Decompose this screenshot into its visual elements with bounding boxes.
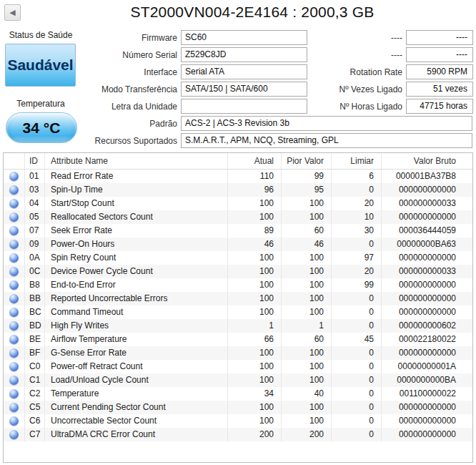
attribute-id: BD: [25, 319, 45, 333]
attribute-valor-bruto: 000000000000: [382, 428, 472, 441]
attribute-limiar: 0: [332, 238, 382, 251]
status-orb-icon: [9, 416, 19, 426]
smart-attribute-row[interactable]: 0A Spin Retry Count 100 100 97 000000000…: [4, 251, 472, 265]
header-id: ID: [25, 153, 45, 169]
attribute-limiar: 10: [332, 210, 382, 224]
smart-attribute-row[interactable]: 0C Device Power Cycle Count 100 100 20 0…: [4, 265, 472, 278]
field-value-box[interactable]: 5900 RPM: [406, 64, 473, 79]
attribute-valor-bruto: 000000000602: [382, 319, 472, 333]
attribute-pior-valor: 100: [282, 346, 332, 360]
smart-attribute-row[interactable]: C2 Temperature 34 40 0 001100000022: [4, 387, 472, 401]
smart-attribute-row[interactable]: 07 Seek Error Rate 89 60 30 000036444059: [4, 224, 472, 238]
status-orb-cell: [4, 251, 25, 265]
field-value-box[interactable]: SC60: [181, 30, 307, 45]
attribute-name: Start/Stop Count: [45, 197, 228, 210]
attribute-valor-bruto: 00000000001A: [382, 360, 472, 373]
attribute-pior-valor: 95: [282, 183, 332, 197]
drive-stat-row: Nº Horas Ligado 47715 horas: [311, 99, 473, 114]
smart-attribute-row[interactable]: BF G-Sense Error Rate 100 100 0 00000000…: [4, 346, 472, 360]
status-orb-cell: [4, 183, 25, 197]
page-title: ST2000VN004-2E4164 : 2000,3 GB: [29, 4, 476, 21]
status-orb-cell: [4, 387, 25, 401]
attribute-limiar: 45: [332, 333, 382, 346]
smart-attribute-row[interactable]: B8 End-to-End Error 100 100 99 000000000…: [4, 278, 472, 292]
attribute-valor-bruto: 000000000000: [382, 183, 472, 197]
smart-attribute-row[interactable]: C6 Uncorrectable Sector Count 100 100 0 …: [4, 414, 472, 428]
smart-attribute-row[interactable]: C5 Current Pending Sector Count 100 100 …: [4, 401, 472, 414]
drive-stat-row: ---- ----: [311, 30, 473, 45]
field-label: Nº Vezes Ligado: [311, 84, 406, 94]
smart-table-header: ID Attribute Name Atual Pior Valor Limia…: [4, 153, 472, 170]
field-value-box[interactable]: 47715 horas: [406, 99, 473, 114]
smart-attribute-row[interactable]: 05 Reallocated Sectors Count 100 100 10 …: [4, 210, 472, 224]
field-label: Firmware: [0, 33, 181, 43]
field-value-box[interactable]: 51 vezes: [406, 82, 473, 97]
smart-attribute-row[interactable]: BC Command Timeout 100 100 0 00000000000…: [4, 305, 472, 319]
status-orb-icon: [9, 348, 19, 358]
status-orb-icon: [9, 308, 19, 317]
status-orb-icon: [9, 294, 19, 303]
status-orb-cell: [4, 265, 25, 278]
attribute-pior-valor: 100: [282, 360, 332, 373]
attribute-name: High Fly Writes: [45, 319, 228, 333]
attribute-id: 05: [25, 210, 45, 224]
attribute-name: End-to-End Error: [45, 278, 228, 292]
status-orb-icon: [9, 199, 19, 208]
attribute-valor-bruto: 000036444059: [382, 224, 472, 238]
attribute-id: C5: [25, 401, 45, 414]
smart-attribute-row[interactable]: C0 Power-off Retract Count 100 100 0 000…: [4, 360, 472, 373]
field-label: Interface: [0, 67, 181, 77]
smart-attribute-row[interactable]: C7 UltraDMA CRC Error Count 200 200 0 00…: [4, 428, 472, 441]
attribute-pior-valor: 46: [282, 238, 332, 251]
status-orb-cell: [4, 401, 25, 414]
smart-attribute-row[interactable]: BD High Fly Writes 1 1 0 000000000602: [4, 319, 472, 333]
attribute-atual: 100: [228, 210, 282, 224]
smart-attribute-row[interactable]: C1 Load/Unload Cycle Count 100 100 0 000…: [4, 373, 472, 387]
field-value-box[interactable]: [181, 99, 307, 114]
attribute-atual: 66: [228, 333, 282, 346]
smart-attribute-row[interactable]: 03 Spin-Up Time 96 95 0 000000000000: [4, 183, 472, 197]
smart-attribute-row[interactable]: BB Reported Uncorrectable Errors 100 100…: [4, 292, 472, 305]
field-label: Recursos Suportados: [0, 136, 181, 146]
attribute-atual: 100: [228, 373, 282, 387]
attribute-pior-valor: 100: [282, 373, 332, 387]
attribute-valor-bruto: 000001BA37B8: [382, 170, 472, 183]
device-info-row: Padrão ACS-2 | ACS-3 Revision 3b: [0, 116, 473, 131]
attribute-name: Command Timeout: [45, 305, 228, 319]
attribute-id: BF: [25, 346, 45, 360]
attribute-limiar: 0: [332, 319, 382, 333]
status-orb-cell: [4, 210, 25, 224]
status-orb-cell: [4, 414, 25, 428]
attribute-atual: 89: [228, 224, 282, 238]
attribute-id: 0C: [25, 265, 45, 278]
field-value-box[interactable]: Serial ATA: [181, 64, 307, 79]
field-value-box[interactable]: SATA/150 | SATA/600: [181, 82, 307, 97]
back-button[interactable]: ◀: [4, 4, 21, 21]
status-orb-icon: [9, 226, 19, 235]
field-label: ----: [311, 33, 406, 43]
field-value-box[interactable]: ----: [406, 47, 473, 62]
attribute-pior-valor: 60: [282, 333, 332, 346]
attribute-atual: 200: [228, 428, 282, 441]
status-orb-icon: [9, 403, 19, 412]
field-value-box[interactable]: Z529C8JD: [181, 47, 307, 62]
attribute-atual: 100: [228, 414, 282, 428]
smart-attribute-row[interactable]: 01 Read Error Rate 110 99 6 000001BA37B8: [4, 170, 472, 183]
attribute-pior-valor: 100: [282, 278, 332, 292]
attribute-pior-valor: 100: [282, 210, 332, 224]
attribute-atual: 100: [228, 360, 282, 373]
attribute-pior-valor: 200: [282, 428, 332, 441]
attribute-id: 09: [25, 238, 45, 251]
smart-attribute-row[interactable]: BE Airflow Temperature 66 60 45 00002218…: [4, 333, 472, 346]
field-value-box[interactable]: S.M.A.R.T., APM, NCQ, Streaming, GPL: [181, 133, 472, 148]
attribute-id: C1: [25, 373, 45, 387]
attribute-limiar: 0: [332, 305, 382, 319]
smart-attribute-row[interactable]: 04 Start/Stop Count 100 100 20 000000000…: [4, 197, 472, 210]
field-value-box[interactable]: ----: [406, 30, 473, 45]
attribute-id: C0: [25, 360, 45, 373]
field-label: Rotation Rate: [311, 67, 406, 77]
field-value-box[interactable]: ACS-2 | ACS-3 Revision 3b: [181, 116, 472, 131]
smart-attribute-row[interactable]: 09 Power-On Hours 46 46 0 00000000BA63: [4, 238, 472, 251]
attribute-name: Temperature: [45, 387, 228, 401]
drive-stats-fields: ---- ---- ---- ---- Rotation Rate 5900 R…: [311, 30, 473, 116]
